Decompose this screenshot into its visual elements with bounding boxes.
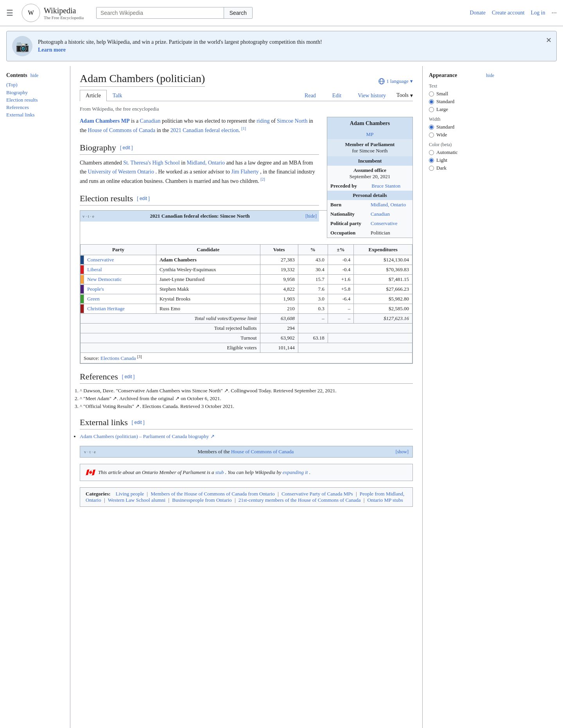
external-link-0[interactable]: Adam Chambers (politician) – Parliament … <box>80 433 215 439</box>
sidebar-item-election-results[interactable]: Election results <box>6 97 64 103</box>
election-edit-link[interactable]: edit <box>140 196 147 201</box>
biography-edit-link[interactable]: edit <box>123 145 130 150</box>
color-light-option[interactable]: Light <box>429 157 494 163</box>
text-large-option[interactable]: Large <box>429 106 494 113</box>
hamburger-menu[interactable]: ☰ <box>6 8 13 18</box>
members-vte[interactable]: v · t · e <box>84 449 96 454</box>
election-row: Conservative Adam Chambers 27,383 43.0 -… <box>81 255 412 265</box>
stub-link[interactable]: stub <box>215 469 224 475</box>
ref1-link[interactable]: [1] <box>241 126 246 131</box>
election-table-hide[interactable]: [hide] <box>305 213 317 219</box>
infobox-nationality-link[interactable]: Canadian <box>371 211 390 217</box>
tab-edit[interactable]: Edit <box>326 90 347 101</box>
color-dark-option[interactable]: Dark <box>429 165 494 171</box>
sidebar-item-top[interactable]: (Top) <box>6 82 64 88</box>
election-row: People's Stephen Makk 4,822 7.6 +5.8 $27… <box>81 284 412 294</box>
references-edit-link[interactable]: edit <box>124 374 132 379</box>
color-dark-radio[interactable] <box>429 166 434 171</box>
more-options-icon[interactable]: ··· <box>552 9 557 17</box>
text-standard-radio[interactable] <box>429 99 434 104</box>
category-link-7[interactable]: Ontario MP stubs <box>368 497 403 503</box>
chambers-link[interactable]: Adam Chambers <box>80 118 120 124</box>
federal-election-link[interactable]: 2021 Canadian federal election <box>170 127 239 133</box>
party-link-0[interactable]: Conservative <box>87 257 114 263</box>
infobox-preceded-link[interactable]: Bruce Stanton <box>371 183 400 189</box>
category-link-1[interactable]: Members of the House of Commons of Canad… <box>151 491 274 497</box>
category-link-5[interactable]: Businesspeople from Ontario <box>172 497 231 503</box>
sidebar-item-references[interactable]: References <box>6 104 64 111</box>
total-valid-label: Total valid votes/Expense limit <box>81 314 260 324</box>
midland-ontario-link[interactable]: Midland, Ontario <box>187 160 225 166</box>
tools-menu[interactable]: Tools ▾ <box>396 92 413 99</box>
color-auto-option[interactable]: Automatic <box>429 149 494 156</box>
party-link-1[interactable]: Liberal <box>87 267 102 272</box>
source-ref: [3] <box>137 354 142 359</box>
house-of-commons-members-link[interactable]: House of Commons of Canada <box>231 449 294 454</box>
sidebar-hide-button[interactable]: hide <box>30 73 39 79</box>
house-of-commons-link[interactable]: House of Commons of Canada <box>88 127 156 133</box>
text-small-option[interactable]: Small <box>429 91 494 97</box>
tab-article[interactable]: Article <box>80 90 107 101</box>
text-standard-option[interactable]: Standard <box>429 98 494 105</box>
search-input[interactable] <box>97 7 224 18</box>
language-selector[interactable]: 1 language ▾ <box>378 78 413 84</box>
tab-talk[interactable]: Talk <box>107 90 128 101</box>
category-link-0[interactable]: Living people <box>116 491 144 497</box>
simcoe-north-link[interactable]: Simcoe North <box>277 118 307 124</box>
members-show-button[interactable]: [show] <box>396 449 409 455</box>
mp-link[interactable]: MP <box>121 118 130 124</box>
text-large-radio[interactable] <box>429 107 434 112</box>
banner-learn-more[interactable]: Learn more <box>38 47 66 53</box>
party-link-3[interactable]: People's <box>87 286 104 292</box>
total-valid-row: Total valid votes/Expense limit 63,608 –… <box>81 314 412 324</box>
total-valid-votes: 63,608 <box>260 314 298 324</box>
external-links-edit-link[interactable]: edit <box>134 420 142 425</box>
sidebar-item-biography[interactable]: Biography <box>6 89 64 96</box>
jim-flaherty-link[interactable]: Jim Flaherty <box>231 169 258 175</box>
banner-close-button[interactable]: ✕ <box>546 36 552 45</box>
st-theresas-link[interactable]: St. Theresa's High School <box>123 160 180 166</box>
infobox-born-row: Born Midland, Ontario <box>327 200 412 209</box>
color-light-radio[interactable] <box>429 158 434 163</box>
width-standard-option[interactable]: Standard <box>429 124 494 130</box>
tab-view-history[interactable]: View history <box>352 90 392 101</box>
elections-canada-link[interactable]: Elections Canada <box>100 355 136 361</box>
text-small-radio[interactable] <box>429 91 434 97</box>
create-account-link[interactable]: Create account <box>492 10 525 16</box>
riding-link[interactable]: riding <box>256 118 269 124</box>
canadian-link[interactable]: Canadian <box>140 118 161 124</box>
sidebar-item-external-links[interactable]: External links <box>6 112 64 118</box>
infobox-party-link[interactable]: Conservative <box>371 220 398 226</box>
page-title: Adam Chambers (politician) <box>80 72 205 87</box>
donate-link[interactable]: Donate <box>470 10 486 16</box>
category-link-6[interactable]: 21st-century members of the House of Com… <box>238 497 361 503</box>
infobox-born-link[interactable]: Midland, Ontario <box>371 202 406 207</box>
width-section: Width Standard Wide <box>429 116 494 138</box>
log-in-link[interactable]: Log in <box>531 10 545 16</box>
category-link-4[interactable]: Western Law School alumni <box>108 497 165 503</box>
vte-links[interactable]: v · t · e <box>82 214 94 218</box>
search-button[interactable]: Search <box>224 7 252 18</box>
site-logo[interactable]: W Wikipedia The Free Encyclopedia <box>21 3 91 23</box>
tab-read[interactable]: Read <box>299 90 322 101</box>
color-label: Color (beta) <box>429 142 494 148</box>
language-button[interactable]: 1 language <box>386 78 409 84</box>
appearance-hide-button[interactable]: hide <box>486 73 494 79</box>
party-link-2[interactable]: New Democratic <box>87 276 122 282</box>
party-link-4[interactable]: Green <box>87 296 100 302</box>
categories-box: Categories: Living people | Members of t… <box>80 487 413 507</box>
expanding-link[interactable]: expanding it <box>283 469 308 475</box>
infobox-mp-link[interactable]: MP <box>366 131 374 137</box>
categories-label: Categories: <box>86 491 111 497</box>
width-wide-option[interactable]: Wide <box>429 132 494 138</box>
ref2-link[interactable]: [2] <box>260 177 265 181</box>
language-chevron-icon: ▾ <box>410 78 413 84</box>
page-layout: Contents hide (Top) Biography Election r… <box>0 66 563 728</box>
color-auto-radio[interactable] <box>429 150 434 155</box>
party-link-5[interactable]: Christian Heritage <box>87 306 125 311</box>
category-link-2[interactable]: Conservative Party of Canada MPs <box>282 491 353 497</box>
article-tabs: Article Talk Read Edit View history Tool… <box>80 90 413 101</box>
width-standard-radio[interactable] <box>429 125 434 130</box>
width-wide-radio[interactable] <box>429 132 434 138</box>
western-ontario-link[interactable]: University of Western Ontario <box>88 169 154 175</box>
